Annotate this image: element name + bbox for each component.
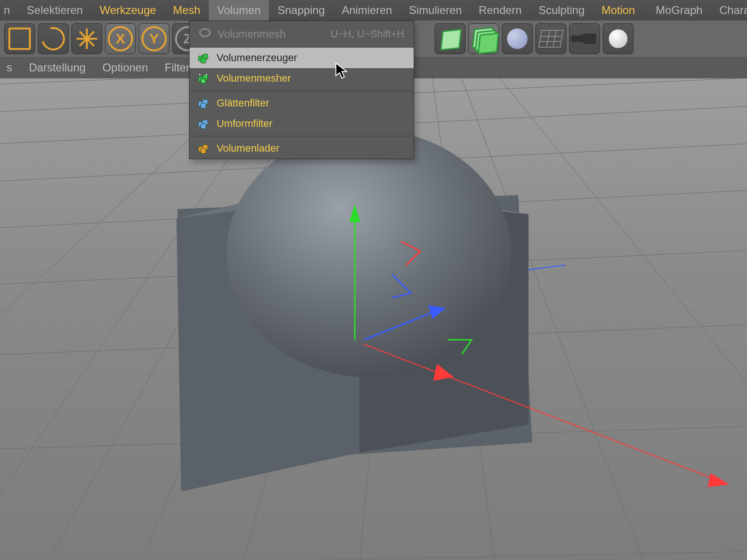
svg-point-45 bbox=[200, 29, 210, 36]
svg-rect-63 bbox=[201, 148, 206, 154]
dropdown-item-volumenerzeuger[interactable]: Volumenerzeuger bbox=[190, 48, 414, 68]
floor-button[interactable] bbox=[536, 23, 566, 54]
svg-marker-42 bbox=[708, 473, 729, 487]
dropdown-item-umformfilter[interactable]: Umformfilter bbox=[190, 113, 414, 134]
camera-button[interactable] bbox=[569, 23, 600, 54]
svg-rect-57 bbox=[201, 103, 206, 108]
move-button[interactable] bbox=[71, 23, 102, 54]
svg-line-8 bbox=[0, 550, 747, 560]
main-menu-bar: nSelektierenWerkzeugeMeshVolumenSnapping… bbox=[0, 0, 747, 21]
menu-selektieren[interactable]: Selektieren bbox=[18, 0, 91, 21]
menu-sculpting[interactable]: Sculpting bbox=[530, 0, 593, 21]
deformer-button[interactable] bbox=[502, 23, 533, 54]
menu-animieren[interactable]: Animieren bbox=[333, 0, 401, 21]
viewmenu-darstellung[interactable]: Darstellung bbox=[21, 57, 94, 78]
menu-mesh[interactable]: Mesh bbox=[164, 0, 209, 21]
cubes-green-icon bbox=[197, 51, 210, 64]
svg-point-54 bbox=[203, 81, 204, 82]
cubes-blue-icon bbox=[197, 117, 210, 130]
menu-simulieren[interactable]: Simulieren bbox=[401, 0, 470, 21]
menu-volumen[interactable]: Volumen bbox=[209, 0, 269, 21]
light-button[interactable] bbox=[603, 23, 634, 54]
dropdown-item-label: Volumenmesher bbox=[217, 72, 291, 84]
dropdown-item-volumenlader[interactable]: Volumenlader bbox=[190, 138, 414, 159]
menu-rendern[interactable]: Rendern bbox=[470, 0, 530, 21]
array-object-button[interactable] bbox=[468, 23, 499, 54]
axis-y-button[interactable]: Y bbox=[139, 23, 169, 54]
svg-rect-60 bbox=[201, 124, 206, 129]
menu-werkzeuge[interactable]: Werkzeuge bbox=[91, 0, 164, 21]
dropdown-item-label: Umformfilter bbox=[217, 118, 273, 130]
menu-mograph[interactable]: MoGraph bbox=[648, 0, 711, 21]
dropdown-header-hotkey: U~H, U~Shift+H bbox=[331, 28, 404, 40]
svg-point-53 bbox=[206, 74, 207, 76]
dropdown-item-label: Glättenfilter bbox=[217, 97, 269, 109]
null-object-button[interactable] bbox=[435, 23, 465, 54]
viewmenu-optionen[interactable]: Optionen bbox=[94, 57, 156, 78]
dropdown-header-label: Volumenmesh bbox=[218, 28, 286, 41]
viewmenu-s[interactable]: s bbox=[3, 57, 21, 78]
dropdown-item-glättenfilter[interactable]: Glättenfilter bbox=[190, 93, 414, 113]
menu-snapping[interactable]: Snapping bbox=[269, 0, 333, 21]
axis-x-button[interactable]: X bbox=[105, 23, 136, 54]
svg-line-44 bbox=[529, 265, 565, 270]
menu-charakter[interactable]: Charakter bbox=[711, 0, 747, 21]
menu-motion tracker[interactable]: Motion Tracker bbox=[593, 0, 647, 21]
cubes-dots-icon bbox=[197, 72, 210, 85]
cubes-blue-icon bbox=[197, 97, 210, 110]
refresh-button[interactable] bbox=[38, 23, 69, 54]
cubes-orange-icon bbox=[197, 142, 210, 155]
volumen-dropdown: Volumenmesh U~H, U~Shift+H Volumenerzeug… bbox=[189, 21, 414, 159]
dropdown-header[interactable]: Volumenmesh U~H, U~Shift+H bbox=[190, 21, 414, 47]
menu-n[interactable]: n bbox=[0, 0, 18, 21]
svg-rect-48 bbox=[201, 58, 206, 63]
live-select-button[interactable] bbox=[4, 23, 35, 54]
svg-point-52 bbox=[199, 74, 201, 76]
volumemesh-icon bbox=[199, 27, 211, 42]
dropdown-item-volumenmesher[interactable]: Volumenmesher bbox=[190, 68, 414, 89]
dropdown-item-label: Volumenerzeuger bbox=[217, 52, 297, 64]
dropdown-item-label: Volumenlader bbox=[217, 142, 280, 154]
